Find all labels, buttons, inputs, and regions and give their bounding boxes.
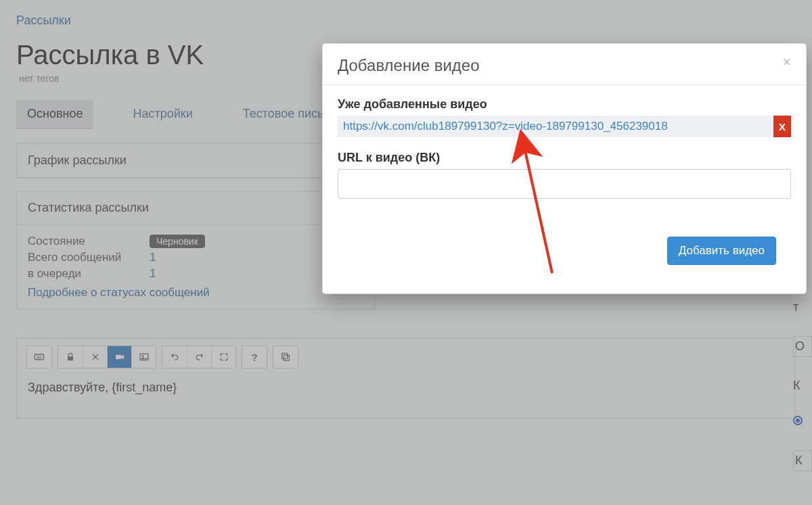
added-video-url[interactable]: https://vk.com/club189799130?z=video-189… (338, 116, 773, 137)
remove-video-button[interactable]: X (773, 116, 791, 137)
add-video-modal: Добавление видео × Уже добавленные видео… (322, 43, 807, 294)
added-video-row: https://vk.com/club189799130?z=video-189… (338, 116, 791, 137)
modal-header: Добавление видео × (323, 44, 806, 85)
video-url-label: URL к видео (ВК) (338, 151, 791, 165)
added-videos-label: Уже добавленные видео (338, 97, 791, 112)
video-url-input[interactable] (338, 169, 791, 199)
add-video-button[interactable]: Добавить видео (667, 237, 776, 265)
modal-close-icon[interactable]: × (782, 56, 791, 68)
modal-title: Добавление видео (338, 56, 480, 75)
